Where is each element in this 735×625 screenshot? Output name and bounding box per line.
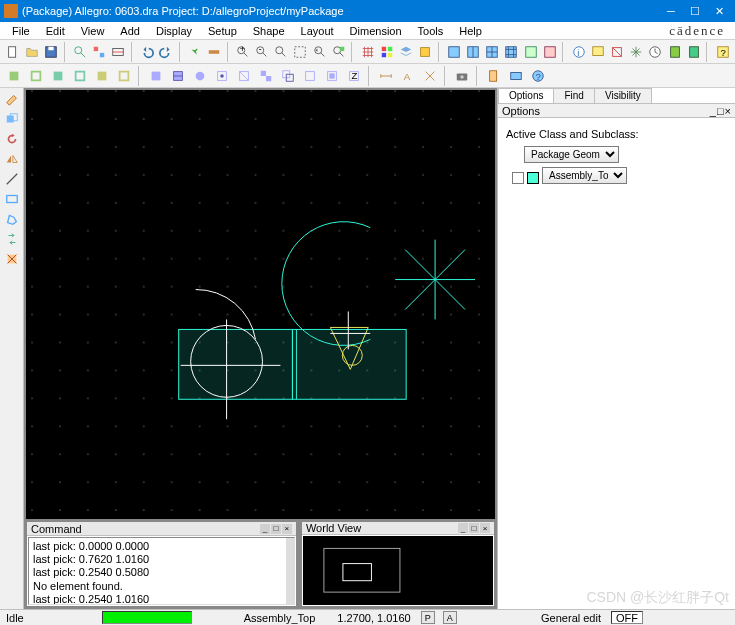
tool-33-icon[interactable]	[685, 42, 702, 62]
grid6-icon[interactable]	[541, 42, 558, 62]
pal-swap-icon[interactable]	[2, 230, 22, 248]
redo-icon[interactable]	[157, 42, 174, 62]
minimize-button[interactable]: ─	[659, 1, 683, 21]
opt-max-btn[interactable]: □	[717, 105, 724, 117]
edit2-icon[interactable]	[168, 66, 188, 86]
tool-6-icon[interactable]	[110, 42, 127, 62]
grid3-icon[interactable]	[484, 42, 501, 62]
tool-20-icon[interactable]	[417, 42, 434, 62]
zoom-window-icon[interactable]	[292, 42, 309, 62]
cmd-scroll[interactable]	[286, 538, 294, 604]
menu-dimension[interactable]: Dimension	[342, 25, 410, 37]
zoom-fit-icon[interactable]	[273, 42, 290, 62]
menu-shape[interactable]: Shape	[245, 25, 293, 37]
command-log[interactable]: last pick: 0.0000 0.0000 last pick: 0.76…	[28, 537, 295, 605]
edit4-icon[interactable]	[212, 66, 232, 86]
pal-mirror-icon[interactable]	[2, 150, 22, 168]
clock-icon[interactable]	[647, 42, 664, 62]
edit1-icon[interactable]	[146, 66, 166, 86]
subclass-color-icon[interactable]	[527, 172, 539, 184]
edit5-icon[interactable]	[234, 66, 254, 86]
menu-layout[interactable]: Layout	[293, 25, 342, 37]
grid5-icon[interactable]	[522, 42, 539, 62]
color-icon[interactable]	[378, 42, 395, 62]
shape2-icon[interactable]	[26, 66, 46, 86]
tool-5-icon[interactable]	[90, 42, 107, 62]
worldview-canvas[interactable]	[303, 536, 493, 605]
grid4-icon[interactable]	[503, 42, 520, 62]
pal-rotate-icon[interactable]	[2, 130, 22, 148]
undo-icon[interactable]	[138, 42, 155, 62]
pal-copy-icon[interactable]	[2, 110, 22, 128]
edit7-icon[interactable]	[278, 66, 298, 86]
info-icon[interactable]: i	[570, 42, 587, 62]
pal-rect-icon[interactable]	[2, 190, 22, 208]
shape4-icon[interactable]	[70, 66, 90, 86]
tool-x1-icon[interactable]	[484, 66, 504, 86]
shape6-icon[interactable]	[114, 66, 134, 86]
text-icon[interactable]: A	[398, 66, 418, 86]
pal-move-icon[interactable]	[2, 90, 22, 108]
save-icon[interactable]	[42, 42, 59, 62]
edit3-icon[interactable]	[190, 66, 210, 86]
zoom-out-icon[interactable]: -	[253, 42, 270, 62]
menu-file[interactable]: File	[4, 25, 38, 37]
menu-help[interactable]: Help	[451, 25, 490, 37]
help2-icon[interactable]: ?	[528, 66, 548, 86]
maximize-button[interactable]: ☐	[683, 1, 707, 21]
camera-icon[interactable]	[452, 66, 472, 86]
menu-display[interactable]: Display	[148, 25, 200, 37]
cmd-max-btn[interactable]: □	[271, 524, 281, 534]
tab-visibility[interactable]: Visibility	[594, 88, 652, 103]
tool-10-icon[interactable]	[205, 42, 222, 62]
design-canvas[interactable]	[26, 90, 495, 519]
tab-find[interactable]: Find	[553, 88, 594, 103]
menu-tools[interactable]: Tools	[410, 25, 452, 37]
status-p-button[interactable]: P	[421, 611, 435, 624]
tool-29-icon[interactable]	[608, 42, 625, 62]
edit9-icon[interactable]	[322, 66, 342, 86]
tab-options[interactable]: Options	[498, 88, 554, 103]
pin-icon[interactable]	[186, 42, 203, 62]
view-min-btn[interactable]: _	[458, 523, 468, 533]
help-icon[interactable]: ?	[714, 42, 731, 62]
grid-icon[interactable]	[359, 42, 376, 62]
class-select[interactable]: Package Geometry	[524, 146, 619, 163]
tool-28-icon[interactable]	[589, 42, 606, 62]
zoom-prev-icon[interactable]	[311, 42, 328, 62]
layers-icon[interactable]	[397, 42, 414, 62]
cross-icon[interactable]	[420, 66, 440, 86]
grid1-icon[interactable]	[445, 42, 462, 62]
tool-4-icon[interactable]	[71, 42, 88, 62]
shape1-icon[interactable]	[4, 66, 24, 86]
zoom-in-icon[interactable]: +	[234, 42, 251, 62]
pal-delete-icon[interactable]	[2, 250, 22, 268]
edit6-icon[interactable]	[256, 66, 276, 86]
edit10-icon[interactable]: Z	[344, 66, 364, 86]
new-icon[interactable]	[4, 42, 21, 62]
opt-min-btn[interactable]: _	[710, 105, 716, 117]
status-a-button[interactable]: A	[443, 611, 457, 624]
close-button[interactable]: ✕	[707, 1, 731, 21]
cmd-close-btn[interactable]: ×	[282, 524, 292, 534]
grid2-icon[interactable]	[464, 42, 481, 62]
menu-setup[interactable]: Setup	[200, 25, 245, 37]
shape3-icon[interactable]	[48, 66, 68, 86]
tool-x2-icon[interactable]	[506, 66, 526, 86]
edit8-icon[interactable]	[300, 66, 320, 86]
menu-add[interactable]: Add	[112, 25, 148, 37]
tool-30-icon[interactable]	[628, 42, 645, 62]
shape5-icon[interactable]	[92, 66, 112, 86]
menu-edit[interactable]: Edit	[38, 25, 73, 37]
menu-view[interactable]: View	[73, 25, 113, 37]
subclass-select[interactable]: Assembly_Top	[542, 167, 627, 184]
dim-icon[interactable]	[376, 66, 396, 86]
view-max-btn[interactable]: □	[469, 523, 479, 533]
pal-poly-icon[interactable]	[2, 210, 22, 228]
view-close-btn[interactable]: ×	[480, 523, 490, 533]
opt-close-btn[interactable]: ×	[725, 105, 731, 117]
calc-icon[interactable]	[666, 42, 683, 62]
subclass-checkbox[interactable]	[512, 172, 524, 184]
open-icon[interactable]	[23, 42, 40, 62]
zoom-sel-icon[interactable]	[330, 42, 347, 62]
